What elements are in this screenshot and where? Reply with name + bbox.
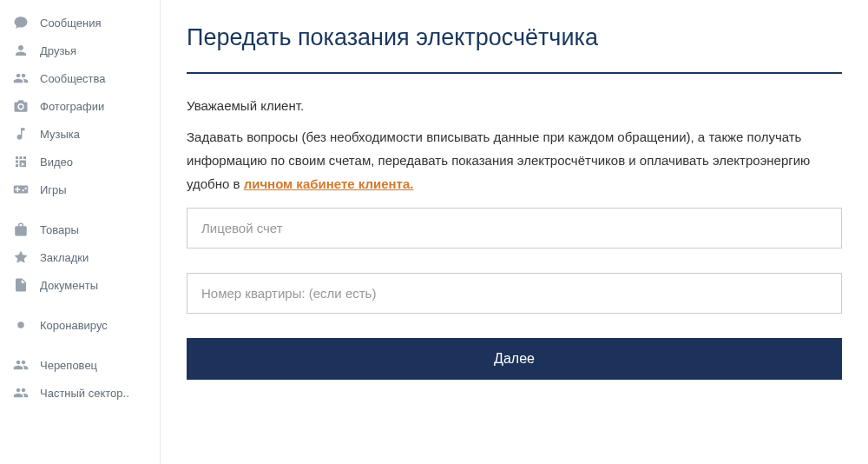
sidebar-item-communities[interactable]: Сообщества bbox=[0, 64, 160, 92]
divider bbox=[187, 72, 842, 74]
group-icon bbox=[12, 356, 30, 374]
sidebar-label: Товары bbox=[40, 223, 79, 236]
sidebar-label: Частный сектор.. bbox=[40, 387, 129, 400]
sidebar-label: Сообщения bbox=[40, 17, 102, 30]
sidebar-group-1: Сообщения Друзья Сообщества Фотографии М… bbox=[0, 9, 160, 203]
chat-icon bbox=[12, 14, 30, 31]
sidebar-label: Коронавирус bbox=[40, 319, 108, 332]
sidebar-item-covid[interactable]: Коронавирус bbox=[0, 311, 160, 339]
sidebar-item-photos[interactable]: Фотографии bbox=[0, 92, 160, 120]
sidebar-label: Друзья bbox=[40, 44, 76, 57]
sidebar-label: Документы bbox=[40, 279, 98, 292]
sidebar-item-market[interactable]: Товары bbox=[0, 215, 160, 243]
sidebar-item-bookmarks[interactable]: Закладки bbox=[0, 243, 160, 271]
account-input[interactable] bbox=[187, 208, 842, 249]
video-icon bbox=[12, 153, 30, 170]
main-content: Передать показания электросчётчика Уважа… bbox=[161, 0, 868, 464]
camera-icon bbox=[12, 97, 30, 115]
sidebar-item-music[interactable]: Музыка bbox=[0, 120, 160, 148]
music-icon bbox=[12, 125, 30, 143]
doc-icon bbox=[12, 276, 30, 294]
sidebar-item-games[interactable]: Игры bbox=[0, 176, 160, 203]
page-title: Передать показания электросчётчика bbox=[187, 24, 842, 51]
sidebar-item-city[interactable]: Череповец bbox=[0, 351, 160, 379]
sidebar-label: Музыка bbox=[40, 128, 80, 141]
cabinet-link[interactable]: личном кабинете клиента. bbox=[244, 176, 414, 191]
sidebar-item-docs[interactable]: Документы bbox=[0, 271, 160, 299]
virus-icon bbox=[12, 316, 30, 334]
next-button[interactable]: Далее bbox=[187, 338, 842, 380]
bag-icon bbox=[12, 221, 30, 238]
sidebar-label: Фотографии bbox=[40, 100, 104, 113]
info-paragraph: Задавать вопросы (без необходимости впис… bbox=[187, 125, 842, 196]
sidebar-label: Игры bbox=[40, 183, 67, 196]
sidebar-item-messages[interactable]: Сообщения bbox=[0, 9, 160, 36]
greeting-text: Уважаемый клиент. bbox=[187, 98, 842, 113]
svg-point-0 bbox=[17, 321, 24, 328]
sidebar-item-private-sector[interactable]: Частный сектор.. bbox=[0, 379, 160, 407]
apartment-input[interactable] bbox=[187, 273, 842, 314]
user-icon bbox=[12, 42, 30, 59]
sidebar-item-video[interactable]: Видео bbox=[0, 148, 160, 176]
game-icon bbox=[12, 181, 30, 198]
users-icon bbox=[12, 70, 30, 87]
sidebar-item-friends[interactable]: Друзья bbox=[0, 36, 160, 64]
sidebar-group-3: Коронавирус bbox=[0, 311, 160, 339]
sidebar-label: Череповец bbox=[40, 359, 97, 372]
group-icon bbox=[12, 384, 30, 401]
sidebar-label: Закладки bbox=[40, 251, 89, 264]
star-icon bbox=[12, 249, 30, 266]
sidebar: Сообщения Друзья Сообщества Фотографии М… bbox=[0, 0, 161, 464]
sidebar-label: Сообщества bbox=[40, 72, 106, 85]
sidebar-group-4: Череповец Частный сектор.. bbox=[0, 351, 160, 407]
sidebar-label: Видео bbox=[40, 156, 73, 169]
sidebar-group-2: Товары Закладки Документы bbox=[0, 215, 160, 299]
